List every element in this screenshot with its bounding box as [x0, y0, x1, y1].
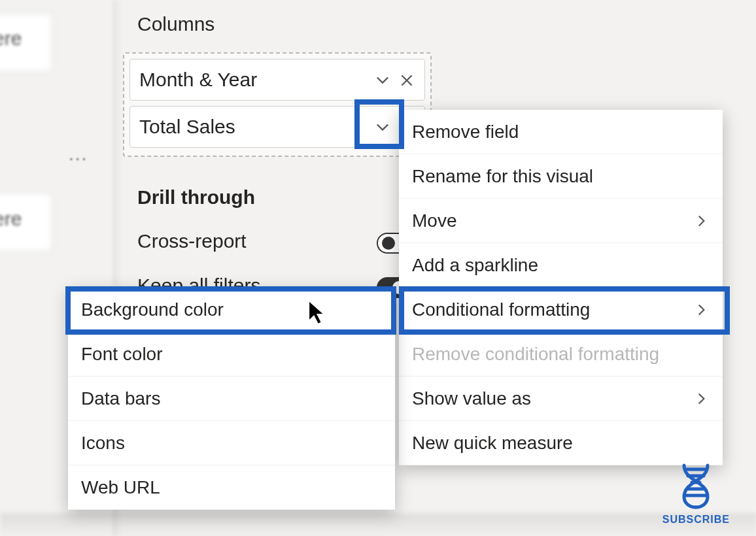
- chevron-right-icon: [693, 390, 710, 407]
- subscribe-label: SUBSCRIBE: [662, 514, 730, 526]
- dna-icon: [675, 463, 717, 510]
- chevron-right-icon: [693, 212, 710, 229]
- menu-item-new-quick-measure[interactable]: New quick measure: [399, 421, 723, 465]
- submenu-item-label: Data bars: [81, 388, 160, 409]
- menu-item-label: Show value as: [412, 388, 531, 409]
- menu-item-rename[interactable]: Rename for this visual: [399, 154, 723, 199]
- menu-item-label: Add a sparkline: [412, 255, 538, 276]
- submenu-item-label: Background color: [81, 299, 224, 320]
- field-pill-label: Total Sales: [139, 116, 235, 138]
- menu-item-conditional-formatting[interactable]: Conditional formatting: [399, 288, 723, 332]
- mouse-cursor-icon: [307, 299, 327, 326]
- menu-item-label: Remove conditional formatting: [412, 344, 659, 365]
- field-pill-month-year[interactable]: Month & Year: [129, 59, 425, 101]
- menu-item-remove-field[interactable]: Remove field: [399, 110, 723, 154]
- submenu-item-background-color[interactable]: Background color: [68, 288, 395, 332]
- submenu-item-font-color[interactable]: Font color: [68, 332, 395, 377]
- submenu-item-label: Font color: [81, 344, 163, 365]
- panel-bottom-shadow: [0, 513, 756, 536]
- menu-item-label: Conditional formatting: [412, 299, 590, 320]
- left-well-1-text: ere: [0, 27, 22, 50]
- submenu-item-data-bars[interactable]: Data bars: [68, 377, 395, 421]
- submenu-item-label: Web URL: [81, 477, 160, 498]
- chevron-down-icon[interactable]: [373, 118, 392, 136]
- field-context-menu: Remove field Rename for this visual Move…: [399, 110, 723, 465]
- submenu-item-web-url[interactable]: Web URL: [68, 465, 395, 510]
- columns-field-well[interactable]: Month & Year Total Sales: [123, 52, 432, 157]
- menu-item-move[interactable]: Move: [399, 199, 723, 243]
- ellipsis: ...: [69, 144, 88, 165]
- cross-report-label: Cross-report: [137, 230, 247, 252]
- submenu-item-icons[interactable]: Icons: [68, 421, 395, 465]
- menu-item-remove-conditional-formatting: Remove conditional formatting: [399, 332, 723, 377]
- close-icon[interactable]: [398, 71, 415, 88]
- chevron-right-icon: [693, 301, 710, 318]
- field-pill-label: Month & Year: [139, 69, 257, 91]
- menu-item-show-value-as[interactable]: Show value as: [399, 377, 723, 421]
- submenu-item-label: Icons: [81, 433, 125, 454]
- columns-section-label: Columns: [137, 13, 215, 35]
- left-well-2-text: ere: [0, 208, 22, 230]
- menu-item-label: Rename for this visual: [412, 166, 593, 187]
- chevron-down-icon[interactable]: [373, 71, 392, 89]
- menu-item-label: Move: [412, 210, 456, 231]
- subscribe-badge[interactable]: SUBSCRIBE: [662, 463, 730, 526]
- menu-item-label: Remove field: [412, 122, 519, 142]
- menu-item-add-sparkline[interactable]: Add a sparkline: [399, 243, 723, 288]
- drill-through-label: Drill through: [137, 186, 255, 209]
- field-pill-total-sales[interactable]: Total Sales: [129, 106, 425, 148]
- conditional-formatting-submenu: Background color Font color Data bars Ic…: [68, 288, 395, 510]
- menu-item-label: New quick measure: [412, 433, 573, 454]
